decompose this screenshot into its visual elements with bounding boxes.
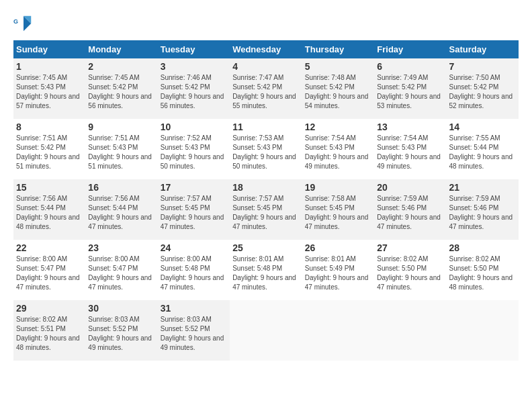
calendar-cell: 11 Sunrise: 7:53 AM Sunset: 5:43 PM Dayl… <box>230 119 302 179</box>
day-number: 24 <box>161 242 227 253</box>
calendar-cell: 24 Sunrise: 8:00 AM Sunset: 5:48 PM Dayl… <box>158 240 230 300</box>
calendar-cell: 6 Sunrise: 7:49 AM Sunset: 5:42 PM Dayli… <box>374 58 446 119</box>
calendar-cell: 5 Sunrise: 7:48 AM Sunset: 5:42 PM Dayli… <box>302 58 374 119</box>
calendar-cell: 18 Sunrise: 7:57 AM Sunset: 5:45 PM Dayl… <box>230 179 302 240</box>
day-info: Sunrise: 8:00 AM Sunset: 5:47 PM Dayligh… <box>88 255 154 292</box>
day-info: Sunrise: 8:02 AM Sunset: 5:50 PM Dayligh… <box>377 255 443 292</box>
calendar-table: SundayMondayTuesdayWednesdayThursdayFrid… <box>13 40 519 361</box>
day-number: 29 <box>16 303 83 314</box>
day-number: 9 <box>88 122 154 132</box>
day-number: 21 <box>449 182 516 193</box>
day-info: Sunrise: 8:00 AM Sunset: 5:47 PM Dayligh… <box>16 255 83 292</box>
day-info: Sunrise: 7:47 AM Sunset: 5:42 PM Dayligh… <box>232 73 300 111</box>
calendar-week-5: 29 Sunrise: 8:02 AM Sunset: 5:51 PM Dayl… <box>13 300 519 361</box>
header-friday: Friday <box>374 40 446 58</box>
day-number: 28 <box>449 242 516 253</box>
day-number: 3 <box>161 61 227 72</box>
day-info: Sunrise: 7:58 AM Sunset: 5:45 PM Dayligh… <box>305 194 371 232</box>
day-info: Sunrise: 7:45 AM Sunset: 5:43 PM Dayligh… <box>16 73 83 111</box>
calendar-cell: 31 Sunrise: 8:03 AM Sunset: 5:52 PM Dayl… <box>158 300 230 361</box>
day-number: 7 <box>449 61 516 72</box>
day-number: 16 <box>88 182 154 193</box>
day-number: 11 <box>232 122 300 132</box>
day-number: 10 <box>161 122 227 132</box>
day-info: Sunrise: 7:57 AM Sunset: 5:45 PM Dayligh… <box>232 194 300 232</box>
header-saturday: Saturday <box>447 40 519 58</box>
day-number: 13 <box>377 122 443 132</box>
calendar-cell: 26 Sunrise: 8:01 AM Sunset: 5:49 PM Dayl… <box>302 240 374 300</box>
day-info: Sunrise: 7:48 AM Sunset: 5:42 PM Dayligh… <box>305 73 371 111</box>
day-info: Sunrise: 8:00 AM Sunset: 5:48 PM Dayligh… <box>161 255 227 292</box>
calendar-cell: 8 Sunrise: 7:51 AM Sunset: 5:42 PM Dayli… <box>13 119 85 179</box>
day-number: 4 <box>232 61 300 72</box>
day-info: Sunrise: 7:59 AM Sunset: 5:46 PM Dayligh… <box>449 194 516 232</box>
calendar-header-row: SundayMondayTuesdayWednesdayThursdayFrid… <box>13 40 519 58</box>
day-info: Sunrise: 7:46 AM Sunset: 5:42 PM Dayligh… <box>161 73 227 111</box>
day-number: 12 <box>305 122 371 132</box>
calendar-cell: 1 Sunrise: 7:45 AM Sunset: 5:43 PM Dayli… <box>13 58 85 119</box>
day-info: Sunrise: 7:53 AM Sunset: 5:43 PM Dayligh… <box>232 134 300 171</box>
calendar-cell: 10 Sunrise: 7:52 AM Sunset: 5:43 PM Dayl… <box>158 119 230 179</box>
calendar-cell: 30 Sunrise: 8:03 AM Sunset: 5:52 PM Dayl… <box>85 300 157 361</box>
logo-icon: G <box>13 13 34 34</box>
calendar-cell: 19 Sunrise: 7:58 AM Sunset: 5:45 PM Dayl… <box>302 179 374 240</box>
day-number: 23 <box>88 242 154 253</box>
calendar-week-2: 8 Sunrise: 7:51 AM Sunset: 5:42 PM Dayli… <box>13 119 519 179</box>
calendar-week-4: 22 Sunrise: 8:00 AM Sunset: 5:47 PM Dayl… <box>13 240 519 300</box>
day-info: Sunrise: 8:03 AM Sunset: 5:52 PM Dayligh… <box>161 315 227 353</box>
day-info: Sunrise: 7:51 AM Sunset: 5:42 PM Dayligh… <box>16 134 83 171</box>
calendar-cell <box>230 300 302 361</box>
calendar-cell <box>447 300 519 361</box>
day-info: Sunrise: 7:56 AM Sunset: 5:44 PM Dayligh… <box>88 194 154 232</box>
calendar-cell: 25 Sunrise: 8:01 AM Sunset: 5:48 PM Dayl… <box>230 240 302 300</box>
header-thursday: Thursday <box>302 40 374 58</box>
calendar-cell: 22 Sunrise: 8:00 AM Sunset: 5:47 PM Dayl… <box>13 240 85 300</box>
calendar-cell: 23 Sunrise: 8:00 AM Sunset: 5:47 PM Dayl… <box>85 240 157 300</box>
day-info: Sunrise: 7:55 AM Sunset: 5:44 PM Dayligh… <box>449 134 516 171</box>
day-info: Sunrise: 7:59 AM Sunset: 5:46 PM Dayligh… <box>377 194 443 232</box>
calendar-cell: 13 Sunrise: 7:54 AM Sunset: 5:43 PM Dayl… <box>374 119 446 179</box>
svg-text:G: G <box>13 18 18 25</box>
day-info: Sunrise: 7:54 AM Sunset: 5:43 PM Dayligh… <box>305 134 371 171</box>
day-info: Sunrise: 8:01 AM Sunset: 5:48 PM Dayligh… <box>232 255 300 292</box>
day-number: 15 <box>16 182 83 193</box>
day-info: Sunrise: 8:01 AM Sunset: 5:49 PM Dayligh… <box>305 255 371 292</box>
calendar-cell: 27 Sunrise: 8:02 AM Sunset: 5:50 PM Dayl… <box>374 240 446 300</box>
calendar-cell: 2 Sunrise: 7:45 AM Sunset: 5:42 PM Dayli… <box>85 58 157 119</box>
calendar-cell: 15 Sunrise: 7:56 AM Sunset: 5:44 PM Dayl… <box>13 179 85 240</box>
calendar-week-3: 15 Sunrise: 7:56 AM Sunset: 5:44 PM Dayl… <box>13 179 519 240</box>
day-info: Sunrise: 7:50 AM Sunset: 5:42 PM Dayligh… <box>449 73 516 111</box>
logo: G <box>13 13 36 34</box>
day-info: Sunrise: 7:45 AM Sunset: 5:42 PM Dayligh… <box>88 73 154 111</box>
day-number: 14 <box>449 122 516 132</box>
day-number: 30 <box>88 303 154 314</box>
day-number: 6 <box>377 61 443 72</box>
calendar-cell: 9 Sunrise: 7:51 AM Sunset: 5:43 PM Dayli… <box>85 119 157 179</box>
day-info: Sunrise: 7:49 AM Sunset: 5:42 PM Dayligh… <box>377 73 443 111</box>
day-info: Sunrise: 7:52 AM Sunset: 5:43 PM Dayligh… <box>161 134 227 171</box>
calendar-cell: 3 Sunrise: 7:46 AM Sunset: 5:42 PM Dayli… <box>158 58 230 119</box>
header-tuesday: Tuesday <box>158 40 230 58</box>
calendar-cell <box>374 300 446 361</box>
calendar-cell: 16 Sunrise: 7:56 AM Sunset: 5:44 PM Dayl… <box>85 179 157 240</box>
calendar-cell: 7 Sunrise: 7:50 AM Sunset: 5:42 PM Dayli… <box>447 58 519 119</box>
calendar-cell <box>302 300 374 361</box>
day-number: 25 <box>232 242 300 253</box>
day-number: 2 <box>88 61 154 72</box>
day-info: Sunrise: 8:03 AM Sunset: 5:52 PM Dayligh… <box>88 315 154 353</box>
day-info: Sunrise: 7:57 AM Sunset: 5:45 PM Dayligh… <box>161 194 227 232</box>
calendar-cell: 17 Sunrise: 7:57 AM Sunset: 5:45 PM Dayl… <box>158 179 230 240</box>
page-header: G <box>13 13 519 34</box>
day-info: Sunrise: 7:54 AM Sunset: 5:43 PM Dayligh… <box>377 134 443 171</box>
day-number: 22 <box>16 242 83 253</box>
day-number: 26 <box>305 242 371 253</box>
day-info: Sunrise: 7:51 AM Sunset: 5:43 PM Dayligh… <box>88 134 154 171</box>
day-info: Sunrise: 8:02 AM Sunset: 5:50 PM Dayligh… <box>449 255 516 292</box>
calendar-cell: 4 Sunrise: 7:47 AM Sunset: 5:42 PM Dayli… <box>230 58 302 119</box>
day-number: 19 <box>305 182 371 193</box>
header-monday: Monday <box>85 40 157 58</box>
day-number: 1 <box>16 61 83 72</box>
calendar-cell: 20 Sunrise: 7:59 AM Sunset: 5:46 PM Dayl… <box>374 179 446 240</box>
calendar-cell: 21 Sunrise: 7:59 AM Sunset: 5:46 PM Dayl… <box>447 179 519 240</box>
day-info: Sunrise: 7:56 AM Sunset: 5:44 PM Dayligh… <box>16 194 83 232</box>
